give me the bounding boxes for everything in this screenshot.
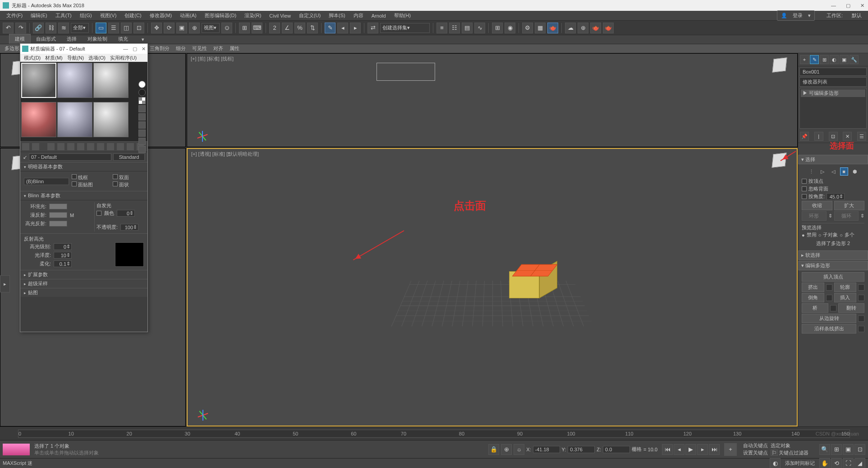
display-tab-icon[interactable]: ▣ (840, 55, 849, 64)
z-coord-field[interactable]: 0.0 (603, 446, 630, 453)
glossiness-spinner[interactable]: 10 ⇕ (54, 252, 72, 259)
ribbon-tab-populate[interactable]: 填充 (113, 34, 133, 44)
ribbon-panel-properties[interactable]: 属性 (227, 44, 242, 53)
go-parent-icon[interactable] (127, 143, 134, 150)
video-color-check-icon[interactable] (138, 113, 146, 120)
ribbon-panel-align[interactable]: 对齐 (211, 44, 226, 53)
pick-material-icon[interactable]: ↙ (23, 154, 27, 160)
zoom-extents-icon[interactable]: ▣ (843, 444, 854, 455)
preview-subobj-radio[interactable]: 子对象 (823, 232, 838, 238)
ribbon-panel-visibility[interactable]: 可见性 (189, 44, 210, 53)
extrude-spline-settings[interactable] (858, 326, 864, 332)
adaptive-degradation-icon[interactable]: ☼ (514, 444, 524, 455)
show-end-result-icon[interactable]: | (814, 132, 823, 141)
by-vertex-checkbox[interactable] (802, 179, 807, 184)
menu-edit[interactable]: 编辑(E) (27, 11, 51, 20)
use-pivot-button[interactable]: ⊙ (221, 23, 232, 33)
zoom-icon[interactable]: 🔍 (819, 444, 830, 455)
outline-button[interactable]: 轮廓 (834, 283, 857, 292)
add-time-tag[interactable]: 添加时间标记 (785, 460, 815, 467)
open-autodesk-button[interactable]: ⊕ (578, 23, 588, 33)
sample-uv-icon[interactable] (138, 105, 146, 112)
create-tab-icon[interactable]: + (800, 55, 809, 64)
rollout-supersampling[interactable]: 超级采样 (20, 279, 147, 288)
insert-vertex-button[interactable]: 插入顶点 (802, 272, 864, 282)
rollout-selection[interactable]: ▾ 选择 (798, 155, 868, 164)
zoom-all-icon[interactable]: ⊞ (831, 444, 842, 455)
assign-to-selection-icon[interactable] (47, 143, 55, 150)
ribbon-panel-subdiv[interactable]: 细分 (173, 44, 188, 53)
menu-animation[interactable]: 动画(A) (176, 11, 200, 20)
rollout-extended-params[interactable]: 扩展参数 (20, 270, 147, 279)
opacity-spinner[interactable]: 100 ⇕ (120, 224, 138, 231)
ribbon-tab-modeling[interactable]: 建模 (9, 34, 31, 44)
menu-tools[interactable]: 工具(T) (52, 11, 75, 20)
link-button[interactable]: 🔗 (33, 23, 44, 33)
select-manipulate-button[interactable]: ⊞ (239, 23, 250, 33)
rotate-button[interactable]: ⟳ (164, 23, 175, 33)
extrude-settings[interactable] (826, 284, 832, 291)
pin-stack-icon[interactable]: 📌 (800, 132, 809, 141)
fov-icon[interactable]: ◢ (854, 458, 865, 468)
render-frame-button[interactable]: ▦ (535, 23, 546, 33)
viewport-label-persp[interactable]: [+] [透视] [标准] [默认明暗处理] (191, 151, 259, 158)
keyboard-shortcut-button[interactable]: ⌨ (252, 23, 262, 33)
schematic-view-button[interactable]: ⊞ (492, 23, 503, 33)
selection-filter[interactable]: 全部 ▾ (71, 23, 89, 33)
menu-script[interactable]: 脚本(S) (325, 11, 349, 20)
ribbon-expand-icon[interactable]: ▾ (136, 35, 150, 44)
key-filters-button[interactable]: 关键点过滤器 (779, 449, 815, 456)
material-id-icon[interactable] (97, 143, 104, 150)
spec-level-spinner[interactable]: 0 ⇕ (54, 243, 72, 250)
mat-menu-utilities[interactable]: 实用程序(U) (108, 54, 138, 62)
material-slot[interactable] (93, 63, 129, 98)
utilities-tab-icon[interactable]: 🔧 (850, 55, 859, 64)
viewport-perspective[interactable]: [+] [透视] [标准] [默认明暗处理] 点击面 (187, 148, 798, 426)
grow-button[interactable]: 扩大 (834, 201, 865, 210)
menu-graph[interactable]: 图形编辑器(D) (201, 11, 240, 20)
render-production-button[interactable]: 🫖 (547, 23, 558, 33)
material-swatch[interactable] (3, 444, 30, 455)
material-slot[interactable] (57, 63, 92, 98)
prev-frame-button[interactable]: ◂ (674, 444, 684, 455)
rollout-blinn-basic[interactable]: Blinn 基本参数 (20, 191, 147, 200)
diffuse-map-button[interactable]: M (70, 213, 74, 218)
bevel-settings[interactable] (826, 295, 832, 301)
mat-maximize-button[interactable]: ▢ (133, 46, 137, 52)
placement-button[interactable]: ⊕ (189, 23, 200, 33)
preview-multi-radio[interactable]: 多个 (845, 232, 854, 238)
move-button[interactable]: ✥ (151, 23, 162, 33)
subobj-polygon-icon[interactable]: ■ (840, 167, 848, 176)
ribbon-tab-freeform[interactable]: 自由形式 (31, 34, 61, 44)
put-to-library-icon[interactable] (87, 143, 94, 150)
menu-customize[interactable]: 自定义(U) (295, 11, 324, 20)
face-map-checkbox[interactable] (72, 181, 77, 186)
selection-set-next-button[interactable]: ▸ (350, 23, 361, 33)
menu-file[interactable]: 文件(F) (3, 11, 26, 20)
viewcube-icon[interactable] (770, 56, 790, 75)
select-object-button[interactable]: ▭ (96, 23, 106, 33)
window-crossing-button[interactable]: ⊡ (133, 23, 144, 33)
subobj-edge-icon[interactable]: ▷ (818, 167, 827, 176)
set-key-button[interactable]: 设置关键点 (741, 449, 770, 456)
background-icon[interactable] (138, 97, 146, 104)
isolate-toggle-icon[interactable]: ◐ (770, 458, 781, 468)
make-copy-icon[interactable] (67, 143, 74, 150)
play-button[interactable]: ▶ (685, 444, 696, 455)
menu-help[interactable]: 帮助(H) (390, 11, 414, 20)
snap-angle-button[interactable]: ∠ (282, 23, 293, 33)
make-unique-icon[interactable]: ⊡ (829, 132, 838, 141)
scale-button[interactable]: ▣ (176, 23, 187, 33)
mat-menu-navigation[interactable]: 导航(N) (65, 54, 86, 62)
shrink-button[interactable]: 收缩 (802, 201, 832, 210)
material-editor-button[interactable]: ◉ (505, 23, 515, 33)
ribbon-panel-tri[interactable]: 三角剖分 (147, 44, 172, 53)
unlink-button[interactable]: ⛓ (46, 23, 56, 33)
material-map-nav-icon[interactable] (138, 146, 146, 153)
backlight-icon[interactable] (138, 89, 146, 96)
spinner-snap-button[interactable]: ⇅ (307, 23, 318, 33)
shader-dropdown[interactable]: (B)Blinn (24, 178, 69, 185)
bridge-button[interactable]: 桥 (802, 303, 828, 313)
menu-arnold[interactable]: Arnold (368, 12, 390, 19)
maxscript-listener[interactable]: MAXScript 迷 (3, 460, 32, 467)
